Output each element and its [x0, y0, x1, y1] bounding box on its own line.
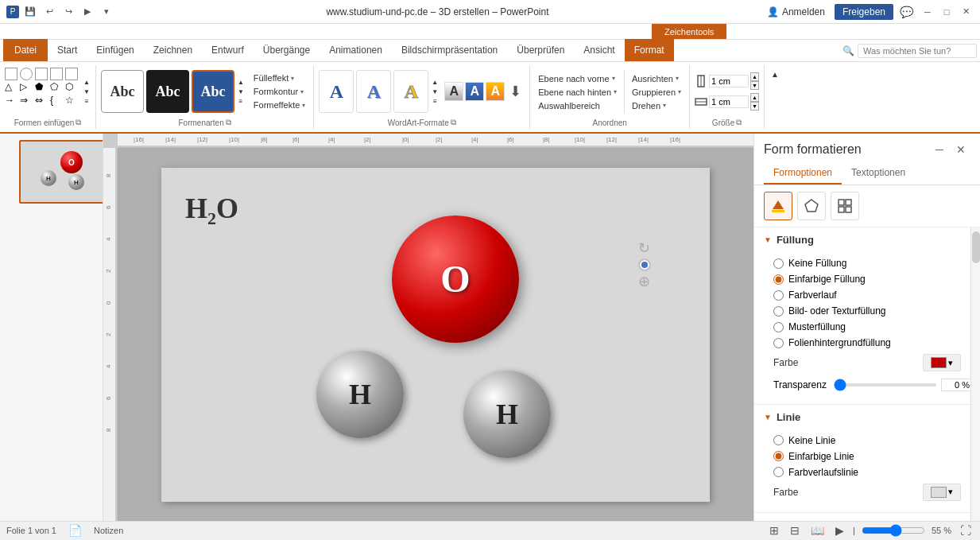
style-white[interactable]: Abc	[101, 70, 144, 113]
tab-datei[interactable]: Datei	[3, 39, 48, 61]
keine-fuellung-option[interactable]: Keine Füllung	[773, 255, 961, 271]
wordart-3[interactable]: A	[393, 70, 428, 113]
tab-bildschirmpraesentaion[interactable]: Bildschirmpräsentation	[392, 39, 507, 61]
format-tab-text[interactable]: Textoptionen	[842, 162, 915, 185]
oxygen-ball[interactable]: O	[392, 216, 519, 343]
maximize-button[interactable]: □	[939, 4, 955, 20]
presentation-button[interactable]: ▶	[79, 4, 95, 20]
text-color-more[interactable]: ⬇	[506, 81, 525, 102]
formenarten-scroll-down[interactable]: ▼	[237, 87, 245, 96]
tab-ansicht[interactable]: Ansicht	[574, 39, 624, 61]
fuellung-header[interactable]: ▼ Füllung	[754, 227, 970, 252]
slide-thumbnail[interactable]: O H H	[19, 140, 103, 204]
formkontur-btn[interactable]: Formkontur ▾	[250, 85, 309, 98]
bild-textur-radio[interactable]	[773, 306, 784, 317]
shape-3[interactable]	[35, 68, 48, 80]
shape-13[interactable]: ⇔	[35, 95, 48, 107]
shape-2[interactable]	[20, 68, 33, 80]
tab-ueberpruefen[interactable]: Überprüfen	[507, 39, 574, 61]
farbe-btn[interactable]: ▾	[923, 354, 961, 371]
notes-btn[interactable]: 📄	[66, 524, 84, 537]
shape-7[interactable]: ▷	[20, 81, 33, 94]
wordart-1[interactable]: A	[319, 70, 354, 113]
zoom-slider[interactable]	[862, 524, 925, 537]
ebene-hinten-btn[interactable]: Ebene nach hinten ▾	[535, 86, 620, 99]
einfarbige-fuellung-option[interactable]: Einfarbige Füllung	[773, 271, 961, 287]
anmelden-button[interactable]: 👤 Anmelden	[761, 5, 831, 19]
hydrogen-right-ball[interactable]: H	[463, 371, 551, 458]
shape-12[interactable]: ⇒	[20, 95, 33, 107]
auswahlbereich-btn[interactable]: Auswahlbereich	[535, 99, 620, 112]
reading-view-btn[interactable]: 📖	[808, 524, 827, 537]
presentation-view-btn[interactable]: ▶	[833, 524, 846, 537]
tab-format[interactable]: Format	[625, 39, 674, 61]
gruppieren-btn[interactable]: Gruppieren ▾	[629, 86, 684, 99]
keine-linie-radio[interactable]	[773, 435, 784, 445]
wordart-expand-icon[interactable]: ⧉	[451, 118, 456, 127]
ribbon-collapse-btn[interactable]: ▲	[768, 68, 782, 80]
linie-header[interactable]: ▼ Linie	[754, 405, 970, 429]
tab-start[interactable]: Start	[48, 39, 87, 61]
transparenz-value-input[interactable]	[941, 379, 970, 391]
expand-icon[interactable]: ⧉	[76, 118, 81, 127]
formeffekte-btn[interactable]: Formeffekte ▾	[250, 99, 309, 111]
minimize-button[interactable]: ─	[920, 4, 935, 20]
formenarten-scroll-up[interactable]: ▲	[237, 78, 245, 87]
keine-fuellung-radio[interactable]	[773, 258, 784, 269]
wordart-2[interactable]: A	[356, 70, 391, 113]
format-panel-minimize[interactable]: ─	[931, 142, 948, 157]
shape-15[interactable]: ☆	[65, 95, 78, 107]
close-button[interactable]: ✕	[958, 4, 974, 20]
customize-btn[interactable]: ▾	[99, 4, 114, 20]
shape-9[interactable]: ⬠	[50, 81, 63, 94]
redo-button[interactable]: ↪	[60, 4, 76, 20]
musterfuellung-radio[interactable]	[773, 322, 784, 332]
tab-uebergaenge[interactable]: Übergänge	[254, 39, 320, 61]
freigeben-button[interactable]: Freigeben	[835, 4, 893, 20]
wordart-scroll-down[interactable]: ▼	[431, 87, 439, 96]
format-panel-close-btn[interactable]: ✕	[951, 142, 970, 157]
musterfuellung-option[interactable]: Musterfüllung	[773, 319, 961, 335]
drehen-btn[interactable]: Drehen ▾	[629, 99, 684, 112]
shape-5[interactable]	[65, 68, 78, 80]
formenarten-expand-icon[interactable]: ⧉	[226, 118, 231, 127]
folienhintergrund-radio[interactable]	[773, 338, 784, 348]
folienhintergrund-option[interactable]: Folienhintergrundfüllung	[773, 335, 961, 351]
comment-button[interactable]: 💬	[897, 4, 916, 20]
shape-4[interactable]	[50, 68, 63, 80]
height-spin[interactable]: ▲ ▼	[750, 93, 759, 111]
shapes-more[interactable]: ≡	[83, 97, 91, 106]
transparenz-slider[interactable]	[834, 383, 936, 387]
linie-farbe-btn[interactable]: ▾	[923, 484, 961, 501]
undo-button[interactable]: ↩	[41, 4, 57, 20]
formenarten-more[interactable]: ≡	[237, 97, 245, 106]
shape-1[interactable]	[5, 68, 17, 80]
format-scrollbar-thumb[interactable]	[972, 231, 980, 263]
tab-zeichnen[interactable]: Zeichnen	[144, 39, 202, 61]
shape-icon-btn[interactable]	[797, 192, 826, 220]
style-blue[interactable]: Abc	[192, 70, 234, 113]
shape-8[interactable]: ⬟	[35, 81, 48, 94]
normal-view-btn[interactable]: ⊞	[767, 524, 781, 537]
width-spin[interactable]: ▲ ▼	[750, 72, 759, 90]
farbverlauf-option[interactable]: Farbverlauf	[773, 287, 961, 303]
bild-textur-option[interactable]: Bild- oder Texturfüllung	[773, 303, 961, 319]
einfarbige-fuellung-radio[interactable]	[773, 274, 784, 285]
fit-to-window-btn[interactable]: ⛶	[958, 524, 974, 537]
fill-icon-btn[interactable]	[764, 192, 792, 220]
search-input[interactable]	[858, 44, 977, 58]
format-tab-form[interactable]: Formoptionen	[764, 162, 842, 185]
farbverlaufslinie-radio[interactable]	[773, 467, 784, 477]
layout-icon-btn[interactable]	[831, 192, 859, 220]
groesse-expand-icon[interactable]: ⧉	[736, 118, 742, 127]
shape-10[interactable]: ⬡	[65, 81, 78, 94]
width-input[interactable]	[709, 75, 749, 87]
format-scrollbar[interactable]	[970, 227, 980, 521]
style-black[interactable]: Abc	[146, 70, 189, 113]
save-button[interactable]: 💾	[22, 4, 38, 20]
farbverlauf-radio[interactable]	[773, 290, 784, 301]
tab-entwurf[interactable]: Entwurf	[202, 39, 254, 61]
tab-animationen[interactable]: Animationen	[320, 39, 392, 61]
fuellung-btn[interactable]: Fülleffekt ▾	[250, 72, 309, 84]
shape-11[interactable]: →	[5, 95, 17, 107]
